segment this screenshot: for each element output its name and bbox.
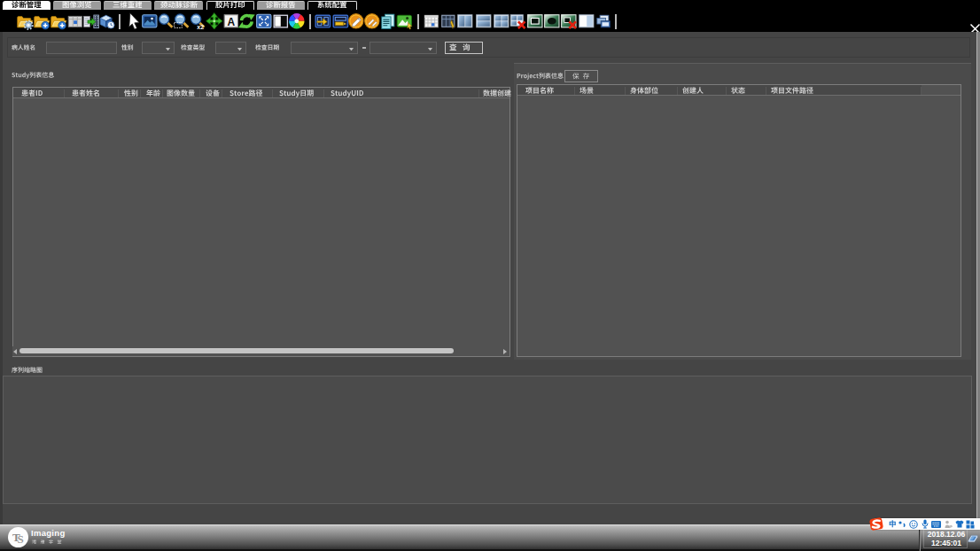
svg-text:x2: x2 [197, 24, 204, 30]
svg-text:A: A [227, 16, 235, 28]
svg-text:S: S [18, 532, 24, 546]
